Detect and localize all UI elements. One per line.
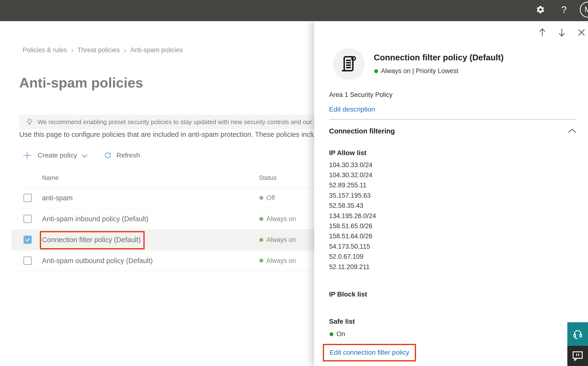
status-label: Off (266, 194, 275, 201)
status-dot-off (259, 196, 263, 200)
policy-description: Area 1 Security Policy (329, 91, 392, 99)
row-checkbox-checked[interactable] (23, 236, 32, 244)
status-label: Always on (266, 257, 296, 264)
safe-list-status-text: On (337, 330, 345, 338)
ip-entry: 52.89.255.11 (329, 180, 376, 191)
headset-icon (571, 328, 584, 340)
policy-name[interactable]: Connection filter policy (Default) (42, 236, 141, 244)
create-policy-button[interactable]: Create policy (38, 152, 77, 159)
toolbar: Create policy Refresh (23, 149, 140, 162)
help-icon[interactable]: ? (559, 3, 569, 16)
status-dot-on (330, 332, 333, 336)
ip-entry: 35.157.195.63 (329, 191, 376, 201)
row-checkbox[interactable] (23, 194, 32, 202)
status-dot-on (259, 238, 263, 242)
plus-icon (23, 151, 31, 160)
previous-item-arrow-up-icon[interactable] (537, 27, 548, 38)
status-dot-on (374, 69, 378, 73)
safe-list-title: Safe list (329, 318, 355, 325)
chat-feedback-icon (572, 350, 584, 362)
table-row[interactable]: Anti-spam inbound policy (Default) Alway… (12, 208, 322, 229)
checkmark-icon (25, 237, 30, 242)
ip-entry: 158.51.64.0/26 (329, 231, 376, 241)
breadcrumb-separator: › (124, 46, 126, 55)
chevron-down-icon[interactable] (82, 154, 88, 158)
breadcrumb-anti-spam-policies[interactable]: Anti-spam policies (130, 46, 183, 54)
ip-entry: 158.51.65.0/26 (329, 221, 376, 231)
ip-entry: 52.0.67.109 (329, 252, 376, 262)
refresh-icon (103, 151, 112, 160)
next-item-arrow-down-icon[interactable] (557, 27, 567, 38)
policy-name[interactable]: anti-spam (42, 194, 73, 202)
ip-entry: 134.195.26.0/24 (329, 211, 376, 221)
status-cell: Always on (259, 215, 296, 223)
recommendation-banner: We recommend enabling preset security po… (19, 115, 322, 129)
lightbulb-icon (25, 118, 34, 126)
breadcrumb-separator: › (71, 46, 73, 55)
banner-text: We recommend enabling preset security po… (37, 118, 322, 126)
panel-status: Always on | Priority Lowest (374, 67, 458, 75)
panel-title: Connection filter policy (Default) (374, 53, 504, 62)
top-bar: ? M (0, 0, 588, 21)
section-title-connection-filtering: Connection filtering (329, 127, 395, 135)
breadcrumb-threat-policies[interactable]: Threat policies (78, 46, 120, 54)
status-label: Always on (266, 236, 296, 244)
refresh-button[interactable]: Refresh (116, 152, 140, 159)
panel-divider (330, 119, 576, 120)
policy-scroll-icon (340, 54, 357, 74)
support-button[interactable] (567, 322, 588, 346)
close-icon[interactable] (576, 27, 587, 38)
collapse-chevron-up-icon[interactable] (568, 128, 576, 134)
row-checkbox[interactable] (23, 215, 32, 223)
status-cell: Always on (259, 257, 296, 264)
ip-entry: 52.58.35.43 (329, 201, 376, 211)
table-row[interactable]: anti-spam Off (12, 188, 322, 208)
breadcrumb: Policies & rules › Threat policies › Ant… (22, 46, 183, 54)
column-header-name[interactable]: Name (42, 174, 59, 182)
details-flyout-panel: Connection filter policy (Default) Alway… (314, 21, 588, 366)
status-cell: Off (259, 194, 275, 201)
policy-name[interactable]: Anti-spam inbound policy (Default) (42, 215, 148, 223)
page-description: Use this page to configure policies that… (19, 130, 322, 138)
edit-description-link[interactable]: Edit description (329, 106, 375, 113)
page-title: Anti-spam policies (19, 75, 143, 91)
edit-connection-filter-policy-link[interactable]: Edit connection filter policy (330, 349, 409, 356)
policy-scroll-avatar (333, 48, 365, 80)
ip-entry: 104.30.32.0/24 (329, 170, 376, 180)
ip-entry: 54.173.50.115 (329, 241, 376, 252)
feedback-button[interactable] (567, 346, 588, 366)
ip-block-list-title: IP Block list (329, 290, 367, 298)
policy-name[interactable]: Anti-spam outbound policy (Default) (42, 257, 153, 265)
safe-list-status: On (330, 330, 345, 338)
table-row-selected[interactable]: Connection filter policy (Default) Alway… (12, 229, 322, 250)
ip-allow-list: 104.30.33.0/24 104.30.32.0/24 52.89.255.… (329, 160, 376, 272)
panel-status-text: Always on | Priority Lowest (381, 67, 458, 75)
settings-gear-icon[interactable] (535, 4, 546, 15)
status-dot-on (259, 217, 263, 221)
table-row[interactable]: Anti-spam outbound policy (Default) Alwa… (12, 250, 322, 271)
column-header-status[interactable]: Status (259, 174, 277, 182)
ip-entry: 104.30.33.0/24 (329, 160, 376, 170)
status-label: Always on (266, 215, 296, 223)
ip-entry: 52.11.209.211 (329, 262, 376, 272)
status-dot-on (259, 259, 263, 263)
breadcrumb-policies-rules[interactable]: Policies & rules (22, 46, 67, 54)
account-avatar[interactable]: M (580, 2, 588, 18)
ip-allow-list-title: IP Allow list (329, 149, 367, 157)
app-window: ? M Policies & rules › Threat policies ›… (0, 0, 588, 366)
status-cell: Always on (259, 236, 296, 244)
row-checkbox[interactable] (23, 257, 32, 265)
gear-icon (536, 5, 545, 14)
